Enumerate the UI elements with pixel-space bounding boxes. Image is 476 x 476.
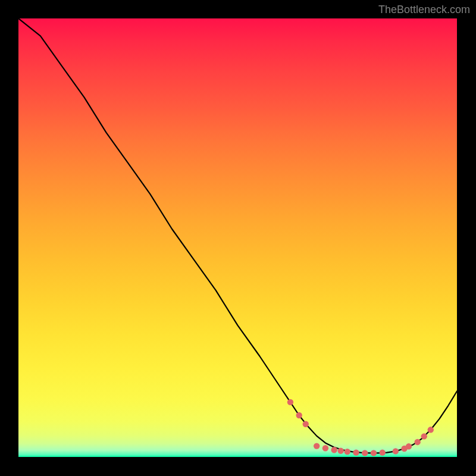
plot-area xyxy=(18,18,457,457)
attribution-text: TheBottleneck.com xyxy=(378,4,470,16)
gradient-background xyxy=(18,18,457,457)
